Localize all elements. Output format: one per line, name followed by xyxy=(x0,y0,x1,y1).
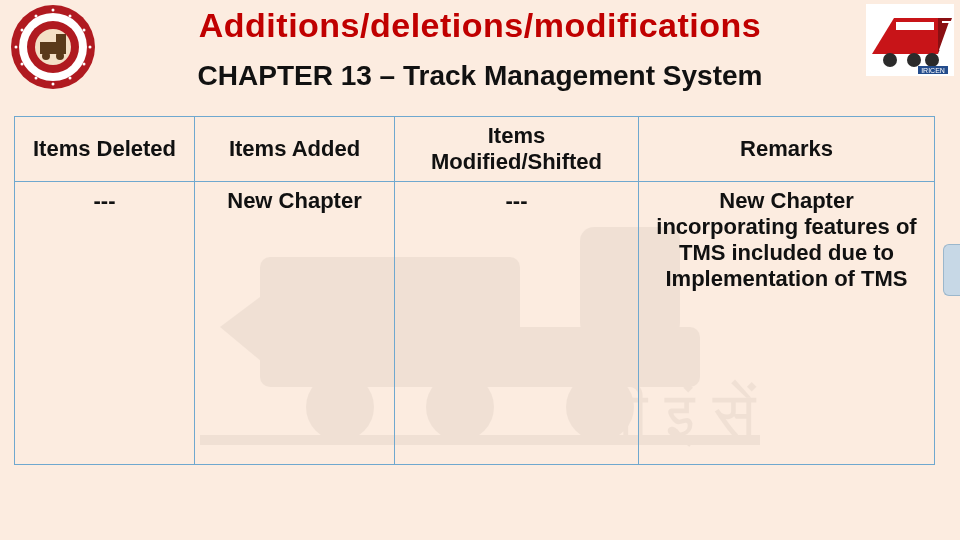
svg-point-15 xyxy=(56,52,64,60)
svg-point-14 xyxy=(42,52,50,60)
cell-items-deleted: --- xyxy=(15,182,195,465)
changes-table: Items Deleted Items Added Items Modified… xyxy=(14,116,934,465)
col-items-deleted: Items Deleted xyxy=(15,117,195,182)
cell-items-modified: --- xyxy=(395,182,639,465)
page-subtitle: CHAPTER 13 – Track Management System xyxy=(0,60,960,92)
col-remarks: Remarks xyxy=(639,117,935,182)
page-title: Additions/deletions/modifications xyxy=(0,6,960,45)
table-header-row: Items Deleted Items Added Items Modified… xyxy=(15,117,935,182)
table-row: --- New Chapter --- New Chapter incorpor… xyxy=(15,182,935,465)
next-slide-tab[interactable] xyxy=(943,244,960,296)
col-items-added: Items Added xyxy=(195,117,395,182)
col-items-modified: Items Modified/Shifted xyxy=(395,117,639,182)
svg-point-25 xyxy=(15,46,18,49)
cell-items-added: New Chapter xyxy=(195,182,395,465)
svg-point-19 xyxy=(89,46,92,49)
cell-remarks: New Chapter incorporating features of TM… xyxy=(639,182,935,465)
